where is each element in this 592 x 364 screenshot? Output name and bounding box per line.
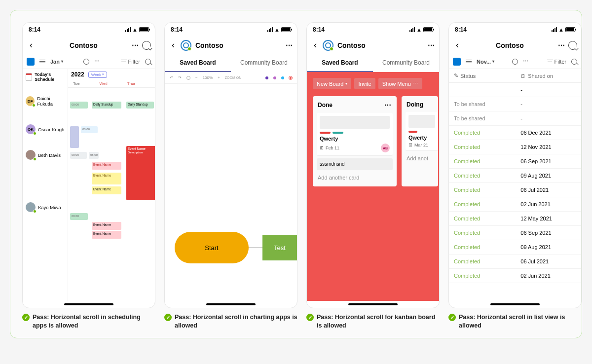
- event[interactable]: Daily Standup: [92, 102, 121, 109]
- tab-community-board[interactable]: Community Board: [373, 54, 439, 72]
- chat-icon[interactable]: [568, 41, 577, 50]
- list-row[interactable]: Completed06 Jul 2021: [449, 183, 581, 197]
- kanban-body[interactable]: New Board▾ Invite Show Menu⋯ Done ⋯ Qwer: [307, 72, 439, 301]
- event[interactable]: Daily Standup: [126, 102, 154, 109]
- undo-icon[interactable]: ↶: [170, 75, 173, 80]
- app-icon[interactable]: [27, 58, 35, 66]
- color-dot-icon[interactable]: [289, 76, 292, 79]
- color-dot-icon[interactable]: [273, 76, 276, 79]
- more-button[interactable]: ⋯: [558, 41, 565, 49]
- list-row[interactable]: Completed06 Sep 2021: [449, 154, 581, 169]
- show-menu-button[interactable]: Show Menu⋯: [378, 78, 422, 89]
- list-icon[interactable]: [466, 60, 472, 64]
- home-indicator[interactable]: [165, 301, 297, 308]
- month-dropdown[interactable]: Jan▾: [50, 59, 63, 65]
- person-row[interactable]: Kayo Miwa: [23, 198, 68, 216]
- list-row[interactable]: Completed02 Jun 2021: [449, 269, 581, 283]
- invite-button[interactable]: Invite: [354, 78, 375, 89]
- list-row[interactable]: Completed06 Dec 2021: [449, 126, 581, 140]
- back-button[interactable]: ‹: [453, 41, 462, 50]
- event[interactable]: 08:00: [81, 126, 98, 133]
- tab-saved-board[interactable]: Saved Board: [165, 54, 231, 72]
- column-more-icon[interactable]: ⋯: [384, 101, 392, 109]
- event[interactable]: 08:00: [70, 213, 88, 220]
- schedule-body[interactable]: Today's Schedule DF Daichi Fukuda OK Osc…: [23, 69, 155, 301]
- circle-tool-icon[interactable]: [186, 76, 190, 80]
- back-button[interactable]: ‹: [169, 41, 178, 50]
- home-indicator[interactable]: [449, 301, 581, 308]
- zoom-in-icon[interactable]: +: [218, 75, 220, 80]
- tab-community-board[interactable]: Community Board: [231, 54, 297, 72]
- filter-button[interactable]: Filter: [547, 59, 566, 65]
- list-row[interactable]: To be shared-: [449, 111, 581, 126]
- event[interactable]: Event Name: [92, 231, 121, 239]
- event[interactable]: [70, 126, 79, 148]
- kanban-card[interactable]: sssmdnsnd: [317, 158, 393, 170]
- color-dot-icon[interactable]: [265, 76, 268, 79]
- zoom-on-label[interactable]: ZOOM ON: [225, 76, 241, 79]
- app-logo-icon[interactable]: [323, 40, 333, 51]
- filter-button[interactable]: Filter: [121, 59, 140, 65]
- app-logo-icon[interactable]: [181, 40, 191, 51]
- list-row[interactable]: To be shared-: [449, 97, 581, 111]
- tab-saved-board[interactable]: Saved Board: [307, 54, 373, 72]
- kanban-column-done[interactable]: Done ⋯ Qwerty 🗓Feb 11 AB sss: [313, 96, 397, 186]
- event[interactable]: Event Name: [92, 162, 121, 170]
- kanban-card[interactable]: Qwerty 🗓Feb 11 AB: [317, 113, 393, 155]
- more-button[interactable]: ⋯: [428, 41, 435, 49]
- col-status[interactable]: ✎Status: [454, 73, 520, 79]
- home-indicator[interactable]: [23, 301, 155, 308]
- person-row[interactable]: OK Oscar Krogh: [23, 120, 68, 138]
- person-row[interactable]: DF Daichi Fukuda: [23, 92, 68, 110]
- event[interactable]: 08:00: [70, 152, 87, 159]
- list-row[interactable]: -: [449, 83, 581, 97]
- kanban-columns[interactable]: Done ⋯ Qwerty 🗓Feb 11 AB sss: [313, 96, 439, 186]
- list-icon[interactable]: [39, 60, 45, 64]
- list-row[interactable]: Completed09 Aug 2021: [449, 240, 581, 255]
- list-row[interactable]: Completed06 Sep 2021: [449, 226, 581, 240]
- add-card-button[interactable]: Add anot: [406, 153, 438, 163]
- list-row[interactable]: Completed12 Nov 2021: [449, 140, 581, 154]
- list-row[interactable]: Completed09 Aug 2021: [449, 169, 581, 183]
- event[interactable]: 08:00: [70, 102, 88, 109]
- zoom-pct[interactable]: 100%: [203, 75, 213, 80]
- color-dot-icon[interactable]: [281, 76, 284, 79]
- month-dropdown[interactable]: Nov...▾: [477, 59, 494, 65]
- list-row[interactable]: Completed06 Jul 2021: [449, 255, 581, 269]
- event[interactable]: Event Name: [92, 173, 121, 184]
- more-button[interactable]: ⋯: [286, 41, 293, 49]
- kanban-card[interactable]: Qwerty 🗓Mar 21: [406, 112, 438, 150]
- zoom-out-icon[interactable]: −: [195, 75, 198, 80]
- record-icon[interactable]: [83, 59, 89, 65]
- more-button[interactable]: ⋯: [132, 41, 139, 49]
- week-chip[interactable]: Week▾: [88, 72, 107, 78]
- back-button[interactable]: ‹: [311, 41, 320, 50]
- list-body[interactable]: ✎Status 🗓Shared on -To be shared-To be s…: [449, 69, 581, 301]
- record-icon[interactable]: [512, 59, 518, 65]
- kanban-column-doing[interactable]: Doing Qwerty 🗓Mar 21 Add anot: [402, 96, 438, 186]
- toolbar-more-icon[interactable]: ⋯: [523, 58, 529, 65]
- todays-schedule[interactable]: Today's Schedule: [23, 69, 68, 85]
- toolbar-more-icon[interactable]: ⋯: [94, 58, 100, 65]
- col-shared-on[interactable]: 🗓Shared on: [520, 73, 576, 79]
- search-icon[interactable]: [145, 59, 151, 65]
- events-area[interactable]: 08:00 Daily Standup Daily Standup 08:00 …: [68, 88, 155, 301]
- event[interactable]: Event Name: [92, 222, 121, 230]
- chat-icon[interactable]: [142, 41, 151, 50]
- list-row[interactable]: Completed02 Jun 2021: [449, 197, 581, 212]
- chart-canvas[interactable]: Start Test: [165, 84, 297, 301]
- event[interactable]: Event NameDescription: [126, 146, 155, 200]
- new-board-button[interactable]: New Board▾: [313, 78, 351, 89]
- start-node[interactable]: Start: [175, 232, 249, 263]
- schedule-grid[interactable]: 2022 Week▾ Tue Wed Thur 08:00 Daily Stan…: [68, 69, 155, 301]
- redo-icon[interactable]: ↷: [178, 75, 182, 80]
- search-icon[interactable]: [571, 59, 577, 65]
- add-card-button[interactable]: Add another card: [317, 173, 393, 182]
- list-row[interactable]: Completed12 May 2021: [449, 212, 581, 226]
- home-indicator[interactable]: [307, 301, 439, 308]
- event[interactable]: Event Name: [92, 186, 121, 194]
- back-button[interactable]: ‹: [27, 41, 36, 50]
- app-icon[interactable]: [453, 58, 461, 66]
- person-row[interactable]: Beth Davis: [23, 146, 68, 164]
- test-node[interactable]: Test: [262, 235, 297, 260]
